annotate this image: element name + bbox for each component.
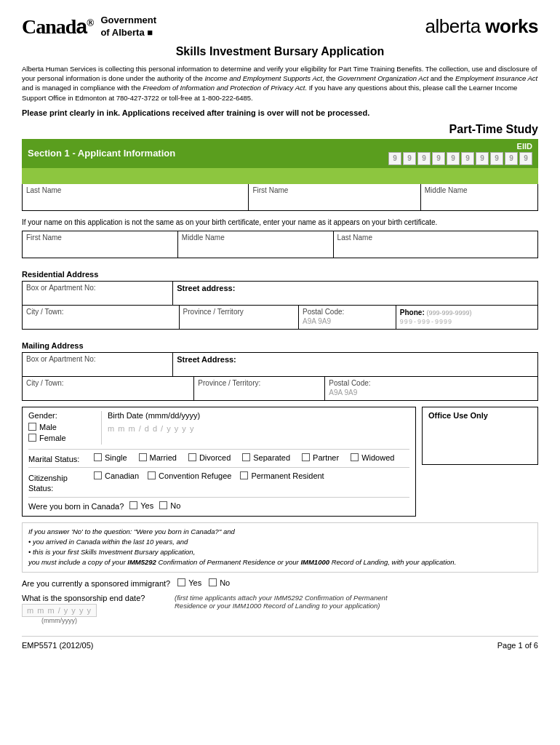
sponsorship-date-row: What is the sponsorship end date? m m m … [22, 594, 538, 624]
name-row: Last Name First Name Middle Name [22, 184, 538, 211]
immigrant-note-line3: • this is your first Skills Investment B… [28, 547, 532, 557]
res-province-input[interactable] [183, 317, 295, 326]
sponsorship-date-note: (first time applicants attach your IMM52… [175, 594, 538, 610]
sponsored-no-checkbox[interactable] [209, 578, 217, 586]
marital-partner-checkbox[interactable] [302, 453, 310, 461]
immigrant-text2: • you arrived in Canada within the last … [28, 538, 188, 546]
canada-logo: Canada® Government of Alberta ■ [22, 15, 156, 39]
marital-widowed-label: Widowed [361, 453, 394, 462]
marital-separated-checkbox[interactable] [242, 453, 250, 461]
marital-married-row: Married [139, 453, 177, 462]
marital-divorced-row: Divorced [188, 453, 231, 462]
citizenship-permanent-checkbox[interactable] [240, 471, 248, 479]
gender-birthdate-inner: Gender: Male Female Birth Date (mmm/dd/y… [28, 411, 409, 445]
eiid-box[interactable]: 9 [432, 152, 445, 165]
govt-line1: Government [100, 15, 156, 27]
mail-street-input[interactable] [177, 365, 534, 374]
born-canada-row: Were you born in Canada? Yes No [28, 497, 409, 512]
res-city-input[interactable] [26, 317, 175, 326]
citizenship-canadian-row: Canadian [94, 471, 139, 480]
mail-city-input[interactable] [26, 389, 190, 397]
sponsored-no-label: No [220, 578, 230, 587]
intro-text: Alberta Human Services is collecting thi… [22, 64, 538, 103]
first-name-input[interactable] [252, 196, 416, 204]
citizenship-permanent-row: Permanent Resident [240, 471, 324, 480]
phone-label-text: Phone: [400, 308, 425, 316]
res-addr-row1: Box or Apartment No: Street address: [23, 282, 537, 306]
eiid-box[interactable]: 9 [417, 152, 431, 165]
res-city-label: City / Town: [26, 308, 175, 316]
marital-status-options: Single Married Divorced Separated Partne… [94, 453, 409, 464]
eiid-box[interactable]: 9 [519, 152, 532, 165]
mail-province-input[interactable] [198, 389, 321, 397]
citizenship-row: CitizenshipStatus: Canadian Convention R… [28, 467, 409, 494]
sponsorship-date-sub: (mmm/yyyy) [41, 617, 77, 624]
middle-name-cell: Middle Name [421, 184, 537, 210]
middle-name-input[interactable] [425, 196, 534, 204]
gender-male-checkbox[interactable] [28, 423, 36, 431]
eiid-box[interactable]: 9 [447, 152, 460, 165]
eiid-box[interactable]: 9 [388, 152, 401, 165]
footer-date: (2012/05) [59, 641, 93, 650]
mail-addr-row1: Box or Apartment No: Street Address: [23, 353, 537, 377]
marital-widowed-checkbox[interactable] [351, 453, 359, 461]
last-name-input[interactable] [26, 196, 244, 204]
res-box-apt-input[interactable] [26, 293, 169, 302]
first-name-label: First Name [252, 186, 416, 194]
bc-first-name-input[interactable] [26, 243, 174, 252]
eiid-box[interactable]: 9 [461, 152, 474, 165]
section1-header: Section 1 - Applicant Information EIID 9… [22, 139, 538, 168]
citizenship-canadian-checkbox[interactable] [94, 471, 102, 479]
birth-date-col: Birth Date (mmm/dd/yyyy) m m m / d d / y… [101, 411, 409, 445]
gender-birthdate-section: Gender: Male Female Birth Date (mmm/dd/y… [22, 407, 416, 517]
res-street-input[interactable] [177, 294, 534, 303]
marital-separated-row: Separated [242, 453, 290, 462]
eiid-label: EIID [517, 142, 532, 151]
res-postal-placeholder: A9A 9A9 [303, 317, 392, 325]
marital-married-label: Married [150, 453, 177, 462]
eiid-box[interactable]: 9 [476, 152, 489, 165]
born-no-label: No [170, 501, 180, 510]
gender-female-checkbox[interactable] [28, 434, 36, 442]
first-name-cell: First Name [249, 184, 420, 210]
eiid-box[interactable]: 9 [490, 152, 503, 165]
marital-married-checkbox[interactable] [139, 453, 147, 461]
citizenship-refugee-checkbox[interactable] [148, 471, 156, 479]
mail-postal-label: Postal Code: [329, 379, 534, 387]
gender-col: Gender: Male Female [28, 411, 94, 445]
marital-single-row: Single [94, 453, 127, 462]
born-yes-checkbox[interactable] [129, 501, 137, 509]
office-use-box: Office Use Only [422, 407, 538, 465]
born-no-checkbox[interactable] [159, 501, 167, 509]
sponsorship-date-input[interactable]: m m m / y y y y [22, 604, 97, 617]
marital-divorced-checkbox[interactable] [188, 453, 196, 461]
sponsored-yes-label: Yes [188, 578, 201, 587]
eiid-box[interactable]: 9 [403, 152, 416, 165]
marital-single-checkbox[interactable] [94, 453, 102, 461]
res-phone-boxes: 999 - 999 - 9999 [400, 318, 534, 325]
gender-female-label: Female [39, 434, 66, 442]
gender-label: Gender: [28, 411, 94, 420]
bc-middle-name-input[interactable] [182, 243, 329, 252]
mail-postal-cell: Postal Code: A9A 9A9 [325, 377, 537, 400]
immigrant-note-line4: you must include a copy of your IMM5292 … [28, 557, 532, 567]
mail-box-apt-input[interactable] [26, 364, 169, 373]
footer-form-number: EMP5571 [22, 641, 57, 650]
alberta-works-logo: alberta works [425, 15, 538, 38]
eiid-box[interactable]: 9 [505, 152, 518, 165]
sponsorship-note-line1: (first time applicants attach your IMM52… [175, 594, 388, 602]
bc-middle-name-cell: Middle Name [178, 231, 334, 258]
res-city-cell: City / Town: [23, 306, 180, 329]
green-bar [22, 168, 538, 184]
birth-date-placeholder: m m m / d d / y y y y [108, 424, 409, 433]
citizenship-permanent-label: Permanent Resident [251, 471, 324, 480]
immigrant-text1: If you answer 'No' to the question: "Wer… [28, 527, 235, 535]
govt-line2: of Alberta ■ [100, 27, 156, 39]
bc-middle-name-label: Middle Name [182, 234, 329, 242]
sponsored-yes-checkbox[interactable] [177, 578, 185, 586]
section1-title: Section 1 - Applicant Information [28, 148, 175, 159]
bc-last-name-input[interactable] [337, 243, 534, 252]
res-postal-label: Postal Code: [303, 308, 392, 316]
immigrant-text3: • this is your first Skills Investment B… [28, 548, 195, 556]
sponsored-label: Are you currently a sponsored immigrant? [22, 579, 170, 588]
